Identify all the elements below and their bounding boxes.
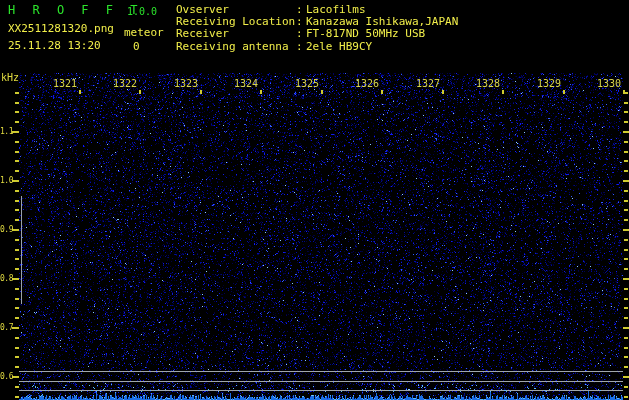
info-separator: : xyxy=(296,28,306,40)
x-tick-label-1323: 1323 xyxy=(170,79,198,89)
info-label: Receiving antenna xyxy=(176,41,296,53)
x-tick-label-1328: 1328 xyxy=(472,79,500,89)
x-tick-label-1321: 1321 xyxy=(49,79,77,89)
hrofft-window: kHz 132113221323132413251326132713281329… xyxy=(0,0,629,400)
info-label: Receiver xyxy=(176,28,296,40)
output-filename: XX2511281320.png xyxy=(8,23,114,35)
app-title: H R O F F T xyxy=(8,4,142,17)
frequency-unit-label: kHz xyxy=(1,73,19,83)
observation-mode-label: meteor xyxy=(124,27,164,39)
info-row-receiver: Receiver : FT-817ND 50MHz USB xyxy=(176,28,458,40)
x-tick-label-1327: 1327 xyxy=(412,79,440,89)
app-version: 1.0.0 xyxy=(127,6,157,17)
info-row-receiving-antenna: Receiving antenna : 2ele HB9CY xyxy=(176,41,458,53)
x-tick-label-1329: 1329 xyxy=(533,79,561,89)
station-info-block: Ovserver : Lacofilms Receiving Location … xyxy=(176,4,458,53)
spectrogram-axis-labels: kHz 132113221323132413251326132713281329… xyxy=(0,0,629,400)
y-tick-label-0.7: 0.7 xyxy=(0,324,12,332)
x-tick-label-1322: 1322 xyxy=(109,79,137,89)
info-value: FT-817ND 50MHz USB xyxy=(306,28,458,40)
info-separator: : xyxy=(296,41,306,53)
y-tick-label-0.8: 0.8 xyxy=(0,275,12,283)
y-tick-label-0.6: 0.6 xyxy=(0,373,12,381)
observation-datetime: 25.11.28 13:20 xyxy=(8,40,101,52)
x-tick-label-1330: 1330 xyxy=(593,79,621,89)
echo-count-value: 0 xyxy=(133,41,140,53)
x-tick-label-1324: 1324 xyxy=(230,79,258,89)
info-value: 2ele HB9CY xyxy=(306,41,458,53)
y-tick-label-1.0: 1.0 xyxy=(0,177,12,185)
x-tick-label-1326: 1326 xyxy=(351,79,379,89)
x-tick-label-1325: 1325 xyxy=(291,79,319,89)
y-tick-label-1.1: 1.1 xyxy=(0,128,12,136)
y-tick-label-0.9: 0.9 xyxy=(0,226,12,234)
